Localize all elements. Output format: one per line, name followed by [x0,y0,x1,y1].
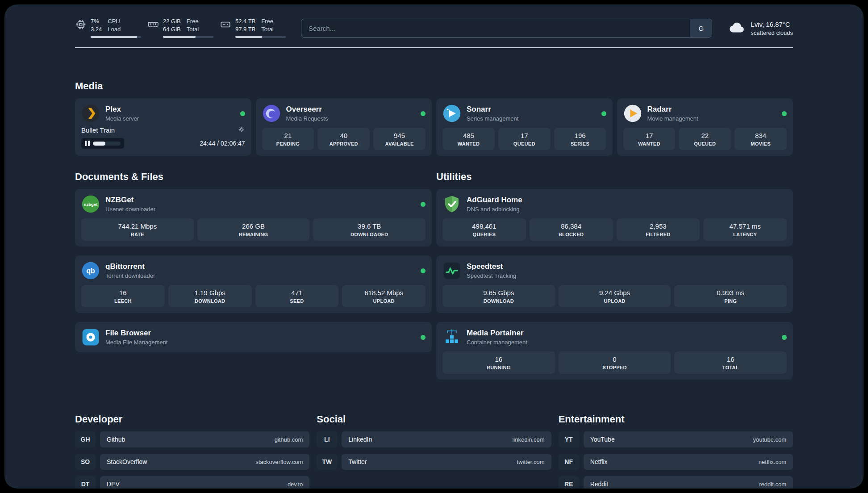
stat-tile: 16 RUNNING [442,351,555,374]
app-card-adguard[interactable]: AdGuard Home DNS and adblocking 498,461 … [436,189,793,246]
memory-progress-bar [163,36,213,38]
memory-total-label: Total [187,26,199,33]
status-dot [421,268,426,273]
player-settings-icon[interactable] [238,125,245,134]
plex-now-playing: Bullet Train 24:44 [81,125,245,149]
app-name: qBittorrent [105,262,155,271]
bookmark-abbr[interactable]: DT [75,476,96,489]
app-name: Sonarr [467,105,518,114]
stat-tile: 0.993 ms PING [674,285,787,307]
bookmark-twitter[interactable]: TW Twitter twitter.com [317,454,551,470]
bookmark-youtube[interactable]: YT YouTube youtube.com [559,431,793,447]
bookmark-abbr[interactable]: NF [559,454,579,470]
speedtest-icon [442,261,461,280]
bookmark-url: netflix.com [759,459,786,465]
app-name: NZBGet [105,196,155,205]
disk-free-label: Free [261,18,273,25]
stat-label: DOWNLOAD [169,298,251,304]
disk-icon [220,19,231,30]
status-dot [240,111,245,116]
app-card-radarr[interactable]: Radarr Movie management 17 WANTED 22 QUE… [617,98,793,156]
bookmark-abbr[interactable]: SO [75,454,96,470]
bookmark-url: twitter.com [517,459,545,465]
bookmark-link[interactable]: YouTube youtube.com [584,431,793,447]
cpu-label: CPU [108,18,121,25]
bookmark-dev[interactable]: DT DEV dev.to [75,476,309,489]
bookmark-url: github.com [275,436,303,443]
adguard-icon [442,195,461,213]
search-input[interactable] [301,25,690,32]
qbittorrent-icon: qb [81,261,100,280]
stat-label: SEED [256,298,338,304]
stat-label: STOPPED [559,365,670,370]
bookmark-url: linkedin.com [512,436,544,443]
bookmark-url: reddit.com [759,481,786,488]
app-subtitle: Speedtest Tracking [467,272,516,279]
app-subtitle: DNS and adblocking [467,206,522,213]
app-card-filebrowser[interactable]: File Browser Media File Management [75,322,432,352]
stat-label: UPLOAD [559,298,670,304]
app-card-overseerr[interactable]: Overseerr Media Requests 21 PENDING 40 A… [256,98,432,156]
bookmark-abbr[interactable]: YT [559,431,579,447]
search-engine-button[interactable]: G [690,19,712,37]
radarr-icon [623,104,642,123]
bookmark-netflix[interactable]: NF Netflix netflix.com [559,454,793,470]
section-title-documents: Documents & Files [75,171,432,183]
bookmark-abbr[interactable]: GH [75,431,96,447]
bookmark-link[interactable]: Netflix netflix.com [584,454,793,470]
documents-column: Documents & Files nzbget NZBGet Usenet d… [75,171,432,361]
memory-icon [147,19,159,30]
stat-label: PING [675,298,786,304]
app-card-speedtest[interactable]: Speedtest Speedtest Tracking 9.65 Gbps D… [436,255,793,313]
stat-tile: 0 STOPPED [559,351,671,374]
seek-bar[interactable] [93,142,121,146]
stat-value: 0.993 ms [675,289,786,297]
stat-value: 9.65 Gbps [443,289,554,297]
bookmark-link[interactable]: Reddit reddit.com [584,476,793,489]
now-playing-title: Bullet Train [81,126,115,134]
app-name: Media Portainer [467,329,527,338]
bookmark-link[interactable]: StackOverflow stackoverflow.com [100,454,309,470]
app-card-plex[interactable]: Plex Media server Bullet Train [75,98,251,156]
bookmark-abbr[interactable]: RE [559,476,579,489]
memory-free-value: 22 GiB [163,18,181,25]
stat-tile: 17 QUEUED [498,128,551,150]
cpu-progress-bar [91,36,141,38]
bookmark-link[interactable]: Twitter twitter.com [342,454,551,470]
bookmark-abbr[interactable]: LI [317,431,337,447]
bookmark-abbr[interactable]: TW [317,454,337,470]
stat-value: 834 [735,132,786,139]
top-bar: 7% 3.24 CPU Load [75,18,793,38]
cloud-icon [727,18,746,38]
stat-value: 2,953 [618,222,699,230]
social-column: Social LI LinkedIn linkedin.com TW Twitt… [317,414,551,489]
status-dot [782,111,787,116]
app-card-portainer[interactable]: Media Portainer Container management 16 … [436,322,793,380]
weather-widget[interactable]: Lviv, 16.87°C scattered clouds [727,18,793,38]
stat-value: 17 [624,132,675,139]
bookmark-url: stackoverflow.com [255,459,303,465]
system-stats: 7% 3.24 CPU Load [75,18,286,38]
overseerr-icon [262,104,281,123]
bookmark-github[interactable]: GH Github github.com [75,431,309,447]
stat-value: 266 GB [198,222,309,230]
status-dot [782,335,787,340]
bookmark-linkedin[interactable]: LI LinkedIn linkedin.com [317,431,551,447]
app-card-nzbget[interactable]: nzbget NZBGet Usenet downloader 744.21 M… [75,189,432,246]
stat-value: 16 [675,355,786,363]
app-name: Plex [105,105,139,114]
pause-button[interactable] [85,141,90,146]
bookmark-link[interactable]: Github github.com [100,431,309,447]
stat-value: 21 [263,132,313,139]
app-subtitle: Media Requests [286,115,328,122]
bookmark-stackoverflow[interactable]: SO StackOverflow stackoverflow.com [75,454,309,470]
stat-label: FILTERED [618,232,699,237]
stat-tile: 86,384 BLOCKED [530,218,613,241]
app-card-sonarr[interactable]: Sonarr Series management 485 WANTED 17 Q… [436,98,613,156]
stat-value: 47.571 ms [704,222,786,230]
app-card-qbittorrent[interactable]: qb qBittorrent Torrent downloader 16 LEE… [75,255,432,313]
bookmark-reddit[interactable]: RE Reddit reddit.com [559,476,793,489]
bookmark-link[interactable]: DEV dev.to [100,476,309,489]
bookmark-link[interactable]: LinkedIn linkedin.com [342,431,551,447]
stat-value: 17 [499,132,550,139]
